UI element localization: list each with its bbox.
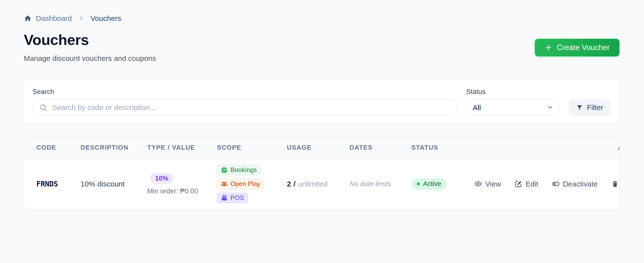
usage-cell: 2 / unlimited	[287, 180, 350, 188]
deactivate-button-label: Deactivate	[563, 180, 598, 188]
column-header-type-value: TYPE / VALUE	[147, 144, 217, 151]
column-header-code: CODE	[24, 144, 80, 151]
status-badge-label: Active	[423, 180, 441, 188]
scope-badge-label: Bookings	[230, 166, 257, 174]
type-value-cell: 10% Min order: ₱0.00	[147, 173, 217, 195]
create-voucher-label: Create Voucher	[557, 43, 610, 52]
actions-cell: View Edit	[474, 180, 620, 188]
usage-separator: /	[294, 180, 296, 188]
status-cell: Active	[411, 178, 474, 190]
plus-icon	[544, 44, 552, 52]
filter-button-label: Filter	[587, 103, 603, 112]
voucher-description: 10% discount	[80, 180, 147, 188]
view-button[interactable]: View	[474, 180, 501, 188]
toggle-icon	[552, 180, 560, 188]
column-header-scope: SCOPE	[217, 144, 287, 151]
breadcrumb-item-dashboard[interactable]: Dashboard	[24, 14, 72, 22]
status-label: Status	[466, 88, 559, 96]
column-header-status: STATUS	[411, 144, 474, 151]
breadcrumb: Dashboard Vouchers	[24, 14, 620, 22]
users-icon	[221, 180, 228, 187]
trash-icon	[611, 180, 619, 188]
filter-card: Search Status All Filt	[24, 79, 620, 124]
scope-cell: Bookings Open Play	[217, 165, 287, 203]
search-icon	[39, 104, 47, 112]
eye-icon	[474, 180, 482, 188]
deactivate-button[interactable]: Deactivate	[552, 180, 598, 188]
chevron-right-icon	[78, 16, 84, 21]
column-header-description: DESCRIPTION	[80, 144, 147, 151]
filter-button[interactable]: Filter	[569, 99, 611, 116]
delete-button[interactable]	[611, 180, 619, 188]
page-subtitle: Manage discount vouchers and coupons	[24, 54, 156, 62]
edit-icon	[515, 180, 522, 188]
home-icon	[24, 14, 32, 22]
edit-button-label: Edit	[526, 180, 538, 188]
calendar-check-icon	[221, 166, 228, 173]
page-title: Vouchers	[24, 32, 156, 48]
usage-limit: unlimited	[298, 180, 328, 188]
create-voucher-button[interactable]: Create Voucher	[535, 39, 620, 56]
min-order-text: Min order: ₱0.00	[147, 187, 198, 195]
scope-badge-bookings: Bookings	[217, 165, 261, 175]
status-dot-icon	[417, 182, 420, 186]
usage-used: 2	[287, 180, 291, 188]
vouchers-table: CODE DESCRIPTION TYPE / VALUE SCOPE USAG…	[24, 137, 620, 210]
status-badge: Active	[411, 178, 447, 190]
scope-badge-open-play: Open Play	[217, 179, 264, 189]
discount-value-badge: 10%	[150, 173, 173, 184]
dates-cell: No date limits	[350, 180, 411, 188]
table-row: FRNDS 10% discount 10% Min order: ₱0.00	[24, 158, 619, 210]
page-header: Vouchers Manage discount vouchers and co…	[24, 32, 620, 62]
status-select[interactable]: All	[466, 99, 559, 116]
scope-badge-label: POS	[230, 194, 244, 202]
view-button-label: View	[485, 180, 501, 188]
column-header-actions: ACTIONS	[618, 138, 620, 158]
edit-button[interactable]: Edit	[515, 180, 538, 188]
vouchers-page: Dashboard Vouchers Vouchers Manage disco…	[0, 0, 644, 210]
search-input[interactable]	[32, 99, 457, 116]
table-header: CODE DESCRIPTION TYPE / VALUE SCOPE USAG…	[24, 138, 619, 158]
column-header-usage: USAGE	[287, 144, 350, 151]
voucher-code: FRNDS	[24, 180, 80, 188]
search-label: Search	[32, 88, 457, 96]
breadcrumb-home-label: Dashboard	[36, 14, 72, 22]
column-header-dates: DATES	[350, 144, 411, 151]
cash-register-icon	[221, 194, 228, 201]
funnel-icon	[576, 104, 583, 111]
breadcrumb-current: Vouchers	[90, 14, 121, 22]
scope-badge-label: Open Play	[230, 180, 260, 188]
scope-badge-pos: POS	[217, 193, 248, 203]
